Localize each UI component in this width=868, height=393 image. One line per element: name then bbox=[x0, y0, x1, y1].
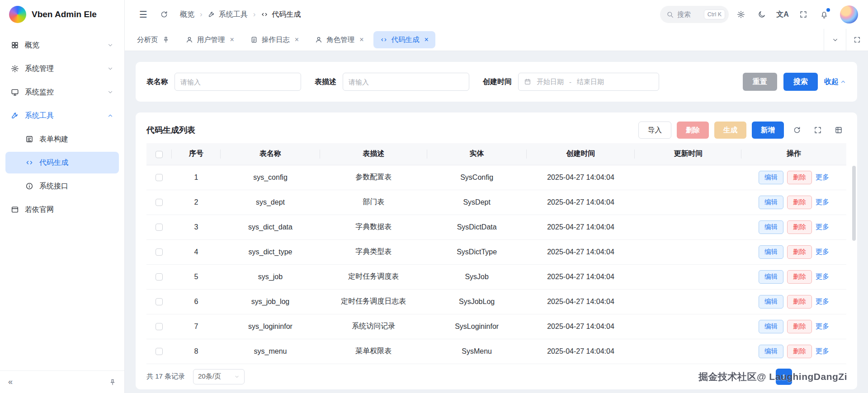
more-button[interactable]: 更多 bbox=[816, 272, 829, 281]
tab-role-management[interactable]: 角色管理 × bbox=[308, 31, 370, 48]
sidebar-collapse-button[interactable]: « bbox=[8, 377, 13, 387]
table-desc-input[interactable] bbox=[343, 73, 469, 91]
delete-button[interactable]: 删除 bbox=[787, 171, 812, 184]
table-fullscreen-button[interactable] bbox=[810, 122, 826, 138]
sidebar-pin-button[interactable] bbox=[109, 379, 116, 386]
sidebar-item-overview[interactable]: 概览 bbox=[5, 34, 119, 56]
more-button[interactable]: 更多 bbox=[816, 297, 829, 306]
delete-button[interactable]: 删除 bbox=[787, 295, 812, 309]
row-checkbox[interactable] bbox=[156, 174, 163, 181]
overview-icon bbox=[11, 41, 19, 49]
pin-icon[interactable] bbox=[162, 36, 170, 43]
tab-analysis[interactable]: 分析页 bbox=[130, 31, 176, 48]
sidebar-item-label: 若依官网 bbox=[25, 205, 54, 215]
table-row: 2sys_dept部门表SysDept2025-04-27 14:04:04编辑… bbox=[146, 190, 846, 215]
table-scrollbar[interactable] bbox=[852, 166, 856, 241]
edit-button[interactable]: 编辑 bbox=[759, 270, 783, 284]
person-icon bbox=[315, 36, 322, 43]
row-checkbox[interactable] bbox=[156, 348, 163, 355]
refresh-button[interactable] bbox=[156, 6, 173, 23]
sidebar-item-system-api[interactable]: 系统接口 bbox=[5, 175, 119, 197]
delete-button[interactable]: 删除 bbox=[787, 270, 812, 284]
sidebar-item-code-generation[interactable]: 代码生成 bbox=[5, 152, 119, 173]
sidebar-item-ruoyi-site[interactable]: 若依官网 bbox=[5, 199, 119, 220]
sidebar-item-system-tools[interactable]: 系统工具 bbox=[5, 105, 119, 126]
select-all-checkbox[interactable] bbox=[156, 151, 163, 158]
delete-button[interactable]: 删除 bbox=[787, 196, 812, 209]
page-size-select[interactable]: 20条/页 bbox=[193, 369, 245, 384]
delete-button[interactable]: 删除 bbox=[787, 345, 812, 358]
sidebar-item-system-monitor[interactable]: 系统监控 bbox=[5, 81, 119, 103]
column-settings-button[interactable] bbox=[831, 122, 846, 138]
settings-button[interactable] bbox=[732, 6, 750, 23]
collapse-label: 收起 bbox=[824, 77, 839, 87]
edit-button[interactable]: 编辑 bbox=[759, 196, 783, 209]
tab-maximize-button[interactable] bbox=[846, 29, 868, 51]
close-icon[interactable]: × bbox=[230, 36, 234, 44]
row-checkbox[interactable] bbox=[156, 224, 163, 231]
generate-button[interactable]: 生成 bbox=[714, 122, 746, 139]
more-button[interactable]: 更多 bbox=[816, 347, 829, 356]
collapse-filter-link[interactable]: 收起 bbox=[824, 77, 846, 87]
tab-operation-log[interactable]: 操作日志 × bbox=[244, 31, 306, 48]
tab-list-dropdown-button[interactable] bbox=[824, 29, 846, 51]
global-search[interactable]: 搜索 Ctrl K bbox=[660, 6, 729, 23]
table-name-input[interactable] bbox=[175, 73, 301, 91]
theme-toggle-button[interactable] bbox=[753, 6, 770, 23]
date-range-picker[interactable]: 开始日期 - 结束日期 bbox=[518, 73, 659, 91]
more-button[interactable]: 更多 bbox=[816, 198, 829, 206]
table-desc-label: 表描述 bbox=[315, 77, 336, 87]
language-button[interactable]: 文A bbox=[774, 6, 791, 23]
fullscreen-button[interactable] bbox=[795, 6, 812, 23]
delete-button[interactable]: 删除 bbox=[787, 245, 812, 259]
close-icon[interactable]: × bbox=[425, 36, 429, 44]
logo-row[interactable]: Vben Admin Ele bbox=[0, 0, 124, 29]
cell-table-desc: 参数配置表 bbox=[320, 165, 427, 190]
breadcrumb-item[interactable]: 代码生成 bbox=[261, 10, 301, 19]
more-button[interactable]: 更多 bbox=[816, 173, 829, 182]
search-button[interactable]: 搜索 bbox=[783, 73, 818, 91]
cell-index: 1 bbox=[172, 165, 221, 190]
edit-button[interactable]: 编辑 bbox=[759, 245, 783, 259]
notifications-button[interactable] bbox=[816, 6, 833, 23]
avatar[interactable] bbox=[840, 5, 858, 23]
reset-button[interactable]: 重置 bbox=[743, 73, 777, 91]
page-1-button[interactable]: 1 bbox=[776, 369, 792, 385]
delete-button[interactable]: 删除 bbox=[787, 220, 812, 234]
row-checkbox[interactable] bbox=[156, 273, 163, 281]
cell-created: 2025-04-27 14:04:04 bbox=[527, 339, 635, 364]
row-checkbox[interactable] bbox=[156, 323, 163, 330]
sidebar-item-system-management[interactable]: 系统管理 bbox=[5, 58, 119, 80]
cell-table-name: sys_dept bbox=[221, 190, 320, 215]
sidebar-item-form-builder[interactable]: 表单构建 bbox=[5, 128, 119, 150]
import-button[interactable]: 导入 bbox=[638, 122, 671, 139]
code-icon bbox=[25, 159, 33, 167]
row-checkbox[interactable] bbox=[156, 248, 163, 256]
delete-button[interactable]: 删除 bbox=[787, 320, 812, 333]
table-refresh-button[interactable] bbox=[789, 122, 805, 138]
close-icon[interactable]: × bbox=[359, 36, 363, 44]
tab-code-generation[interactable]: 代码生成 × bbox=[373, 31, 435, 48]
close-icon[interactable]: × bbox=[295, 36, 299, 44]
add-button[interactable]: 新增 bbox=[752, 122, 784, 139]
edit-button[interactable]: 编辑 bbox=[759, 320, 783, 333]
batch-delete-button[interactable]: 删除 bbox=[677, 122, 709, 139]
edit-button[interactable]: 编辑 bbox=[759, 295, 783, 309]
row-checkbox[interactable] bbox=[156, 298, 163, 305]
menu-toggle-button[interactable]: ☰ bbox=[135, 6, 152, 23]
cell-updated bbox=[635, 215, 741, 239]
edit-button[interactable]: 编辑 bbox=[759, 171, 783, 184]
sidebar-item-label: 代码生成 bbox=[39, 158, 68, 168]
edit-button[interactable]: 编辑 bbox=[759, 345, 783, 358]
more-button[interactable]: 更多 bbox=[816, 248, 829, 256]
more-button[interactable]: 更多 bbox=[816, 322, 829, 331]
more-button[interactable]: 更多 bbox=[816, 223, 829, 231]
cell-table-desc: 字典数据表 bbox=[320, 215, 427, 239]
breadcrumb-item[interactable]: 系统工具 bbox=[208, 10, 248, 19]
sidebar-footer: « bbox=[0, 370, 124, 393]
breadcrumb-item[interactable]: 概览 bbox=[180, 10, 194, 19]
cell-updated bbox=[635, 289, 741, 314]
row-checkbox[interactable] bbox=[156, 199, 163, 206]
edit-button[interactable]: 编辑 bbox=[759, 220, 783, 234]
tab-user-management[interactable]: 用户管理 × bbox=[179, 31, 241, 48]
